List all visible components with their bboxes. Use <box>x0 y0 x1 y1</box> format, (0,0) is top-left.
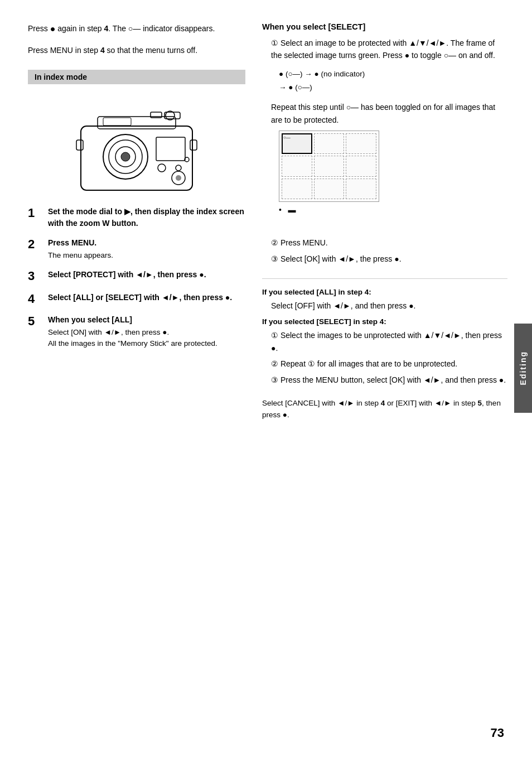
thumb-selected: ○― <box>282 133 312 154</box>
svg-rect-16 <box>103 118 131 126</box>
if-select-step-1-text: ① Select the images to be unprotected wi… <box>271 331 502 352</box>
svg-rect-1 <box>98 117 176 129</box>
divider-section: If you selected [ALL] in step 4: Select … <box>262 278 507 386</box>
right-step-2: ② Press MENU. <box>262 237 507 249</box>
svg-point-9 <box>158 164 166 172</box>
thumb-cell-7 <box>282 179 312 199</box>
if-select-steps: ① Select the images to be unprotected wi… <box>262 329 507 386</box>
if-all-text: Select [OFF] with ◄/►, and then press ●. <box>262 300 507 312</box>
intro-text-2-content: Press MENU in step 4 so that the menu tu… <box>28 46 197 55</box>
thumb-dot-row: • ▬ <box>279 205 507 214</box>
step-3-number: 3 <box>28 269 43 283</box>
steps-container: 1 Set the mode dial to ▶, then display t… <box>28 206 245 350</box>
intro-text-2: Press MENU in step 4 so that the menu tu… <box>28 45 245 56</box>
right-step-3: ③ Select [OK] with ◄/►, the press ●. <box>262 253 507 265</box>
camera-svg <box>64 95 209 193</box>
step-2-number: 2 <box>28 237 43 252</box>
thumb-cell-2 <box>314 133 345 154</box>
thumb-cell-4 <box>282 156 312 176</box>
bottom-note-text: Select [CANCEL] with ◄/► in step 4 or [E… <box>262 399 501 420</box>
right-column: When you select [SELECT] ① Select an ima… <box>262 22 507 735</box>
thumbnail-area: ○― • ▬ <box>279 131 507 214</box>
step-2-bold: Press MENU. <box>48 238 96 247</box>
when-select-title: When you select [SELECT] <box>262 22 507 31</box>
bottom-note: Select [CANCEL] with ◄/► in step 4 or [E… <box>262 397 507 421</box>
svg-rect-15 <box>190 140 197 150</box>
repeat-text-content: Repeat this step until ○― has been toggl… <box>271 103 495 124</box>
intro-text-1-content: Press ● again in step 4. The ○― indicato… <box>28 24 215 33</box>
step-4: 4 Select [ALL] or [SELECT] with ◄/►, the… <box>28 292 245 306</box>
right-step-1-text: ① Select an image to be protected with ▲… <box>271 38 495 60</box>
step-5-number: 5 <box>28 314 43 329</box>
svg-rect-0 <box>81 126 192 190</box>
step-1-number: 1 <box>28 206 43 220</box>
page-number: 73 <box>491 726 504 740</box>
step-4-number: 4 <box>28 292 43 306</box>
step-1-text: Set the mode dial to ▶, then display the… <box>48 207 244 228</box>
if-all-title: If you selected [ALL] in step 4: <box>262 288 507 296</box>
if-select-step-1: ① Select the images to be unprotected wi… <box>271 329 507 354</box>
step-2-content: Press MENU. The menu appears. <box>48 237 113 261</box>
step-5-content: When you select [ALL] Select [ON] with ◄… <box>48 314 217 350</box>
right-step-1: ① Select an image to be protected with ▲… <box>262 37 507 62</box>
right-step-2-text: ② Press MENU. <box>271 238 328 247</box>
if-select-step-2-text: ② Repeat ① for all images that are to be… <box>271 359 457 368</box>
step-2: 2 Press MENU. The menu appears. <box>28 237 245 261</box>
thumb-dot-content: • ▬ <box>279 205 296 214</box>
indicator-line-1: ● (○―) → ● (no indicator) <box>279 70 365 78</box>
svg-rect-2 <box>165 112 180 119</box>
thumb-cell-9 <box>346 179 376 199</box>
step-1: 1 Set the mode dial to ▶, then display t… <box>28 206 245 229</box>
thumbnail-grid: ○― <box>279 131 379 202</box>
if-select-step-3-text: ③ Press the MENU button, select [OK] wit… <box>271 375 506 384</box>
step-3-bold: Select [PROTECT] with ◄/►, then press ●. <box>48 270 206 279</box>
svg-rect-8 <box>156 137 185 161</box>
indicator-line-2: → ● (○―) <box>279 83 312 91</box>
step-5: 5 When you select [ALL] Select [ON] with… <box>28 314 245 350</box>
if-all-text-content: Select [OFF] with ◄/►, and then press ●. <box>271 301 416 310</box>
step-3-content: Select [PROTECT] with ◄/►, then press ●. <box>48 269 206 281</box>
thumb-cell-5 <box>314 156 345 176</box>
lock-icon-thumb: ○― <box>283 135 291 140</box>
side-tab-label: Editing <box>519 351 528 385</box>
step-2-sub: The menu appears. <box>48 250 113 261</box>
thumb-cell-8 <box>314 179 345 199</box>
svg-point-7 <box>121 152 130 161</box>
step-1-content: Set the mode dial to ▶, then display the… <box>48 206 245 229</box>
thumb-cell-3 <box>346 133 376 154</box>
right-step-3-text: ③ Select [OK] with ◄/►, the press ●. <box>271 254 402 263</box>
thumb-cell-6 <box>346 156 376 176</box>
left-column: Press ● again in step 4. The ○― indicato… <box>28 22 262 735</box>
svg-point-10 <box>176 165 181 171</box>
intro-text-1: Press ● again in step 4. The ○― indicato… <box>28 22 245 36</box>
if-select-step-2: ② Repeat ① for all images that are to be… <box>271 358 507 370</box>
camera-illustration <box>64 95 209 195</box>
step-4-content: Select [ALL] or [SELECT] with ◄/►, then … <box>48 292 232 303</box>
side-tab: Editing <box>514 324 532 413</box>
if-select-title: If you selected [SELECT] in step 4: <box>262 317 507 326</box>
step-5-bold: When you select [ALL] <box>48 315 132 324</box>
svg-rect-14 <box>76 140 83 150</box>
svg-point-13 <box>176 175 181 181</box>
indicator-lines: ● (○―) → ● (no indicator) → ● (○―) <box>279 67 507 95</box>
step-4-bold: Select [ALL] or [SELECT] with ◄/►, then … <box>48 293 232 302</box>
step-3: 3 Select [PROTECT] with ◄/►, then press … <box>28 269 245 283</box>
repeat-text: Repeat this step until ○― has been toggl… <box>262 101 507 126</box>
section-header: In index mode <box>28 70 245 84</box>
step-5-sub: Select [ON] with ◄/►, then press ●.All t… <box>48 327 217 350</box>
if-select-step-3: ③ Press the MENU button, select [OK] wit… <box>271 374 507 386</box>
